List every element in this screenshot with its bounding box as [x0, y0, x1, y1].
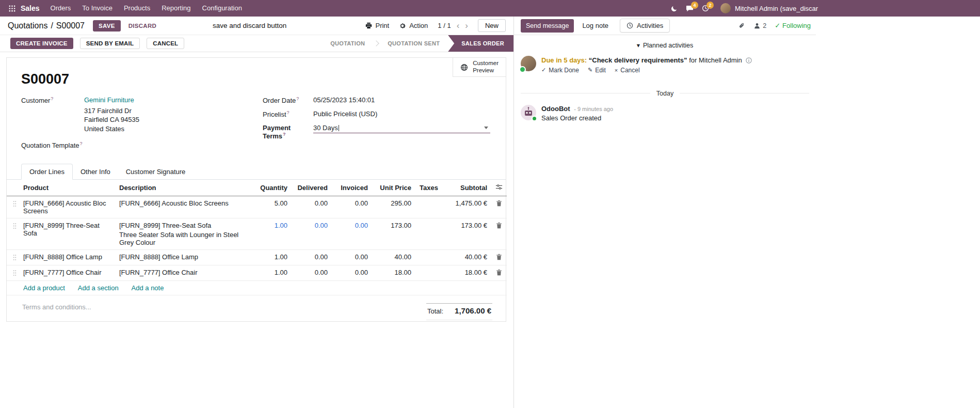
delete-line-icon[interactable] [491, 196, 507, 218]
cell-quantity[interactable]: 1.00 [253, 265, 292, 281]
table-row: [FURN_8888] Office Lamp [FURN_8888] Offi… [7, 250, 507, 265]
send-message-button[interactable]: Send message [521, 19, 574, 33]
activities-clock-icon[interactable]: 2 [702, 5, 709, 12]
message-author[interactable]: OdooBot [541, 105, 570, 113]
moon-icon[interactable] [671, 5, 678, 12]
messages-icon[interactable]: 4 [686, 5, 694, 12]
x-icon: × [615, 67, 618, 73]
order-date-value[interactable]: 05/25/2023 15:40:01 [313, 96, 375, 104]
following-button[interactable]: ✓ Following [775, 22, 811, 29]
delete-line-icon[interactable] [491, 250, 507, 265]
pager-previous-icon[interactable]: ‹ [457, 21, 460, 30]
order-date-label: Order Date? [263, 96, 313, 104]
cell-product[interactable]: [FURN_8888] Office Lamp [19, 250, 115, 265]
stage-quotation[interactable]: QUOTATION [322, 35, 373, 52]
cell-description[interactable]: [FURN_6666] Acoustic Bloc Screens [115, 196, 253, 218]
optional-columns-icon[interactable] [491, 180, 507, 196]
pager-next-icon[interactable]: › [465, 21, 468, 30]
cell-quantity[interactable]: 1.00 [253, 218, 292, 250]
stage-quotation-sent[interactable]: QUOTATION SENT [379, 35, 448, 52]
breadcrumb-quotations[interactable]: Quotations [8, 21, 47, 30]
cell-unit-price[interactable]: 295.00 [372, 196, 415, 218]
pricelist-value[interactable]: Public Pricelist (USD) [313, 110, 377, 118]
cell-taxes[interactable] [415, 196, 442, 218]
menu-to-invoice[interactable]: To Invoice [76, 0, 118, 17]
menu-reporting[interactable]: Reporting [156, 0, 196, 17]
info-icon[interactable] [746, 57, 752, 64]
new-button[interactable]: New [478, 19, 506, 32]
activities-tab[interactable]: Activities [620, 19, 670, 33]
app-name[interactable]: Sales [21, 4, 40, 12]
send-by-email-button[interactable]: SEND BY EMAIL [80, 38, 140, 49]
cell-quantity[interactable]: 1.00 [253, 250, 292, 265]
cell-unit-price[interactable]: 18.00 [372, 265, 415, 281]
cell-invoiced[interactable]: 0.00 [332, 196, 372, 218]
user-menu[interactable]: Mitchell Admin (save_discar [720, 3, 818, 13]
menu-products[interactable]: Products [118, 0, 156, 17]
cell-invoiced[interactable]: 0.00 [332, 250, 372, 265]
print-button[interactable]: Print [365, 22, 389, 29]
cell-unit-price[interactable]: 40.00 [372, 250, 415, 265]
cell-quantity[interactable]: 5.00 [253, 196, 292, 218]
terms-and-conditions-placeholder[interactable]: Terms and conditions... [22, 303, 426, 311]
cell-delivered[interactable]: 0.00 [292, 196, 332, 218]
cell-subtotal: 1,475.00 € [442, 196, 491, 218]
cell-taxes[interactable] [415, 250, 442, 265]
delete-line-icon[interactable] [491, 218, 507, 250]
cancel-button[interactable]: CANCEL [147, 38, 184, 49]
planned-activities-toggle[interactable]: ▾ Planned activities [514, 41, 816, 49]
odoo-window: Sales Orders To Invoice Products Reporti… [0, 0, 980, 408]
cell-delivered[interactable]: 0.00 [292, 250, 332, 265]
dropdown-caret-icon[interactable] [484, 127, 488, 129]
action-button[interactable]: Action [399, 22, 428, 29]
cancel-activity-button[interactable]: × Cancel [615, 67, 640, 74]
paperclip-icon[interactable] [738, 22, 745, 29]
cell-description[interactable]: [FURN_8999] Three-Seat SofaThree Seater … [115, 218, 253, 250]
cell-taxes[interactable] [415, 218, 442, 250]
cell-product[interactable]: [FURN_8999] Three-Seat Sofa [19, 218, 115, 250]
add-a-note-link[interactable]: Add a note [132, 284, 164, 292]
discard-button[interactable]: DISCARD [124, 20, 162, 32]
followers-button[interactable]: 2 [753, 22, 766, 29]
customer-preview-button[interactable]: Customer Preview [453, 58, 506, 77]
breadcrumb-separator: / [51, 21, 53, 30]
breadcrumb: Quotations / S00007 [8, 21, 85, 30]
payment-terms-input[interactable]: 30 Days [313, 124, 490, 133]
cell-description[interactable]: [FURN_8888] Office Lamp [115, 250, 253, 265]
cell-product[interactable]: [FURN_6666] Acoustic Bloc Screens [19, 196, 115, 218]
menu-configuration[interactable]: Configuration [197, 0, 248, 17]
drag-handle-icon[interactable] [7, 265, 19, 281]
activities-badge: 2 [706, 2, 714, 9]
cell-delivered[interactable]: 0.00 [292, 218, 332, 250]
cell-delivered[interactable]: 0.00 [292, 265, 332, 281]
cell-unit-price[interactable]: 173.00 [372, 218, 415, 250]
apps-grid-icon[interactable] [5, 5, 19, 12]
cell-taxes[interactable] [415, 265, 442, 281]
tab-other-info[interactable]: Other Info [73, 164, 118, 179]
stage-sales-order[interactable]: SALES ORDER [448, 35, 513, 52]
cell-product[interactable]: [FURN_7777] Office Chair [19, 265, 115, 281]
add-a-section-link[interactable]: Add a section [78, 284, 119, 292]
customer-address: 317 Fairchild Dr Fairfield CA 94535 Unit… [84, 106, 263, 133]
activity-due-text: Due in 5 days: [541, 56, 587, 64]
log-note-button[interactable]: Log note [582, 22, 608, 29]
create-invoice-button[interactable]: CREATE INVOICE [10, 38, 73, 49]
customer-label: Customer? [21, 96, 84, 104]
edit-activity-button[interactable]: ✎ Edit [588, 67, 606, 74]
save-button[interactable]: SAVE [93, 20, 121, 32]
help-marker: ? [287, 110, 290, 115]
drag-handle-icon[interactable] [7, 218, 19, 250]
drag-handle-icon[interactable] [7, 196, 19, 218]
sheet-area: Customer Preview S00007 Customer? Gemini… [0, 52, 513, 408]
customer-link[interactable]: Gemini Furniture [84, 96, 134, 104]
delete-line-icon[interactable] [491, 265, 507, 281]
tab-customer-signature[interactable]: Customer Signature [118, 164, 194, 179]
cell-invoiced[interactable]: 0.00 [332, 218, 372, 250]
tab-order-lines[interactable]: Order Lines [21, 164, 73, 180]
add-a-product-link[interactable]: Add a product [23, 284, 65, 292]
drag-handle-icon[interactable] [7, 250, 19, 265]
cell-description[interactable]: [FURN_7777] Office Chair [115, 265, 253, 281]
mark-done-button[interactable]: ✓ Mark Done [541, 67, 579, 74]
cell-invoiced[interactable]: 0.00 [332, 265, 372, 281]
menu-orders[interactable]: Orders [45, 0, 77, 17]
